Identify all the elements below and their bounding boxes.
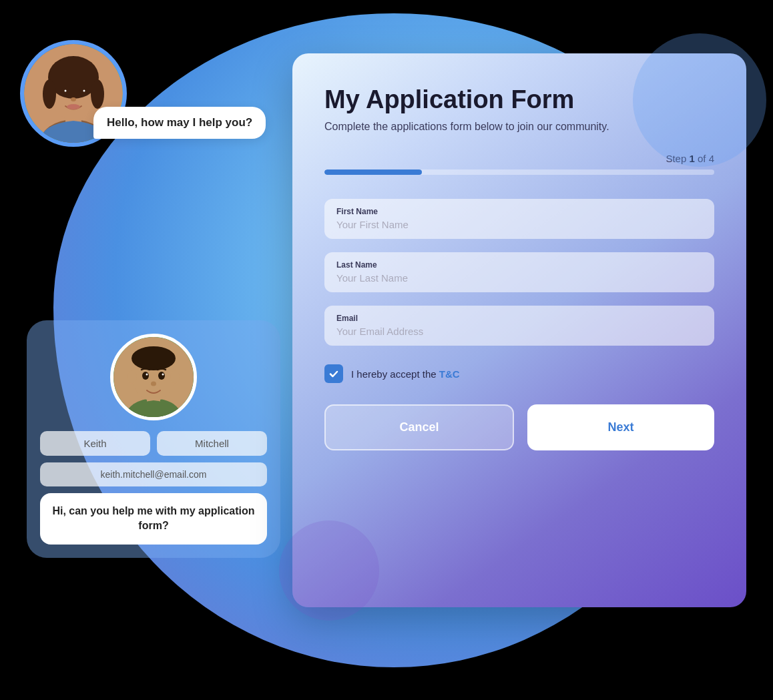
next-button[interactable]: Next <box>527 404 714 450</box>
user-info-row: Keith Mitchell <box>40 431 267 456</box>
svg-point-7 <box>61 88 67 96</box>
first-name-group: First Name <box>324 199 714 239</box>
svg-point-23 <box>162 374 164 376</box>
greeting-bubble: Hello, how may I help you? <box>93 107 266 139</box>
svg-point-22 <box>146 374 148 376</box>
email-display: keith.mitchell@email.com <box>40 462 267 486</box>
terms-row: I hereby accept the T&C <box>324 364 714 383</box>
svg-point-8 <box>79 88 86 96</box>
email-label: Email <box>336 314 702 323</box>
terms-checkbox[interactable] <box>324 364 343 383</box>
greeting-text: Hello, how may I help you? <box>107 116 252 129</box>
chat-panel: Keith Mitchell keith.mitchell@email.com … <box>27 320 280 558</box>
button-row: Cancel Next <box>324 404 714 450</box>
last-name-group: Last Name <box>324 252 714 292</box>
svg-point-9 <box>65 90 67 92</box>
cancel-button[interactable]: Cancel <box>324 404 514 450</box>
user-bubble: Hi, can you help me with my application … <box>40 493 267 545</box>
step-indicator: Step 1 of 4 <box>324 153 714 164</box>
male-avatar-image <box>113 337 194 417</box>
last-name-wrapper: Last Name <box>324 252 714 292</box>
svg-point-21 <box>158 372 165 380</box>
last-name-display: Mitchell <box>157 431 267 456</box>
email-input[interactable] <box>336 326 702 337</box>
first-name-wrapper: First Name <box>324 199 714 239</box>
progress-bar-fill <box>324 169 422 175</box>
checkmark-icon <box>328 368 339 379</box>
deco-circle-top <box>633 33 766 167</box>
checkbox-text: I hereby accept the <box>351 368 439 380</box>
first-name-input[interactable] <box>336 219 702 230</box>
svg-point-17 <box>132 346 176 370</box>
svg-point-11 <box>71 97 76 101</box>
last-name-input[interactable] <box>336 272 702 284</box>
svg-point-5 <box>43 79 56 109</box>
progress-bar <box>324 169 714 175</box>
svg-point-18 <box>127 370 137 384</box>
svg-point-6 <box>91 79 104 109</box>
application-form-card: My Application Form Complete the applica… <box>292 53 746 607</box>
last-name-label: Last Name <box>336 260 702 270</box>
first-name-display: Keith <box>40 431 150 456</box>
svg-point-20 <box>142 372 149 380</box>
svg-point-10 <box>83 90 85 92</box>
svg-point-19 <box>170 370 180 384</box>
svg-point-12 <box>67 104 80 109</box>
email-group: Email <box>324 306 714 346</box>
email-wrapper: Email <box>324 306 714 346</box>
svg-point-24 <box>151 382 156 386</box>
terms-label: I hereby accept the T&C <box>351 368 460 380</box>
user-message-text: Hi, can you help me with my application … <box>52 505 254 531</box>
deco-circle-bottom <box>279 520 379 621</box>
tnc-link[interactable]: T&C <box>439 368 460 380</box>
avatar-male <box>110 334 197 420</box>
first-name-label: First Name <box>336 207 702 216</box>
